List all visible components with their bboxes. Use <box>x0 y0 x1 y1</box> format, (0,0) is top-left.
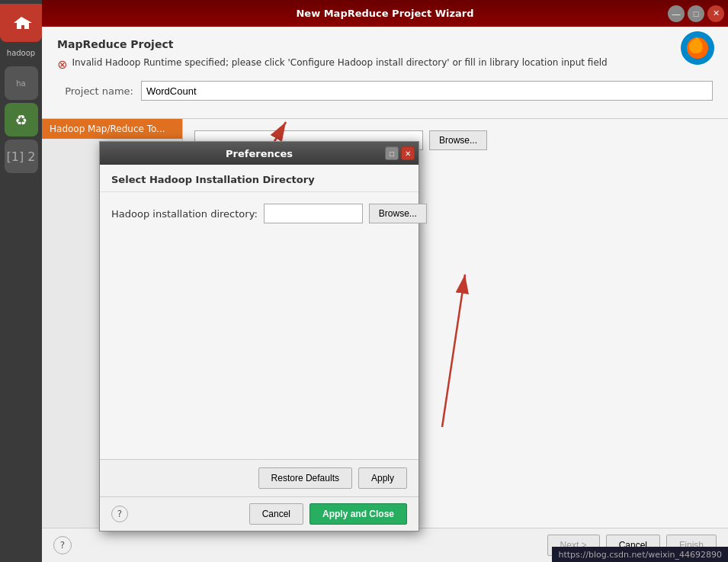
pref-help-button[interactable]: ? <box>111 506 128 522</box>
hadoop-dir-row: Hadoop installation directory: Browse... <box>111 204 407 223</box>
apply-and-close-button[interactable]: Apply and Close <box>309 503 407 525</box>
hadoop-dir-label: Hadoop installation directory: <box>111 208 258 220</box>
preferences-body: Hadoop installation directory: Browse... <box>100 192 419 459</box>
restore-defaults-button[interactable]: Restore Defaults <box>258 467 352 489</box>
preferences-dialog: Preferences □ ✕ Select Hadoop Installati… <box>99 141 419 531</box>
hadoop-dir-input[interactable] <box>264 204 363 223</box>
preferences-footer: Restore Defaults Apply <box>100 459 419 496</box>
apply-button[interactable]: Apply <box>358 467 407 489</box>
cancel-button[interactable]: Cancel <box>249 503 303 525</box>
pref-close-button[interactable]: ✕ <box>401 146 415 160</box>
pref-bottom-actions: Cancel Apply and Close <box>249 503 407 525</box>
preferences-overlay: Preferences □ ✕ Select Hadoop Installati… <box>0 0 728 562</box>
pref-browse-button[interactable]: Browse... <box>369 204 427 223</box>
pref-maximize-button[interactable]: □ <box>385 146 399 160</box>
preferences-footer-actions: Restore Defaults Apply <box>258 467 407 489</box>
preferences-titlebar: Preferences □ ✕ <box>100 142 419 165</box>
pref-window-controls: □ ✕ <box>385 146 415 160</box>
preferences-title: Preferences <box>226 148 293 159</box>
preferences-footer-bottom: ? Cancel Apply and Close <box>100 496 419 531</box>
desktop: hadoop ha ♻ [1] 2 New MapReduce Project … <box>0 0 728 562</box>
pref-section-title: Select Hadoop Installation Directory <box>100 165 419 192</box>
